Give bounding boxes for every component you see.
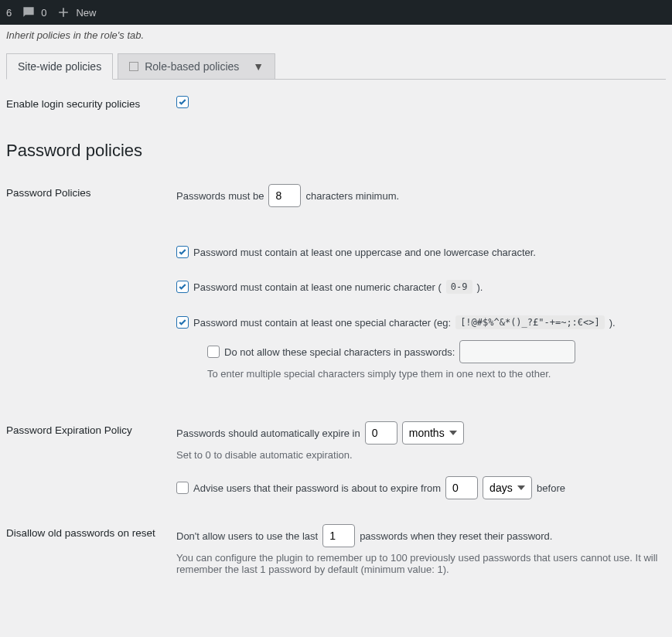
expire-help: Set to 0 to disable automatic expiration… xyxy=(176,449,666,461)
comment-icon xyxy=(21,5,36,20)
min-chars-input[interactable] xyxy=(268,184,301,207)
enable-policies-label: Enable login security policies xyxy=(6,95,176,110)
updates-count[interactable]: 6 xyxy=(6,7,12,19)
disallow-old-help: You can configure the plugin to remember… xyxy=(176,552,666,575)
comments-item[interactable]: 0 xyxy=(21,5,46,20)
expire-value-input[interactable] xyxy=(365,421,397,445)
upper-lower-checkbox[interactable] xyxy=(176,246,189,258)
password-policies-label: Password Policies xyxy=(6,184,176,199)
advise-expire-checkbox[interactable] xyxy=(176,482,189,494)
disallow-special-input[interactable] xyxy=(459,340,575,363)
new-item[interactable]: New xyxy=(56,5,96,20)
check-icon xyxy=(178,97,187,107)
disallow-special-checkbox[interactable] xyxy=(207,346,220,358)
check-icon xyxy=(178,318,187,327)
code-special: [!@#$%^&*()_?£"-+=~;:€<>] xyxy=(455,315,605,329)
tab-role-based[interactable]: Role-based policies ▼ xyxy=(118,53,275,80)
disallow-old-input[interactable] xyxy=(322,524,355,547)
check-icon xyxy=(178,282,187,291)
grid-icon xyxy=(129,62,138,71)
numeric-checkbox[interactable] xyxy=(176,281,189,293)
advise-unit-select[interactable]: days xyxy=(483,476,532,499)
chevron-down-icon: ▼ xyxy=(253,60,264,73)
check-icon xyxy=(178,247,187,257)
advise-value-input[interactable] xyxy=(445,476,478,499)
disallow-help: To enter multiple special characters sim… xyxy=(207,368,666,380)
plus-icon xyxy=(56,5,71,20)
special-checkbox[interactable] xyxy=(176,316,189,329)
admin-bar: 6 0 New xyxy=(0,0,672,25)
section-title: Password policies xyxy=(6,141,666,161)
code-numeric: 0-9 xyxy=(446,280,472,294)
tab-site-wide[interactable]: Site-wide policies xyxy=(6,53,113,80)
expiration-label: Password Expiration Policy xyxy=(6,421,176,436)
tabs: Site-wide policies Role-based policies ▼ xyxy=(6,53,666,80)
enable-policies-checkbox[interactable] xyxy=(176,96,189,108)
expire-unit-select[interactable]: months xyxy=(402,421,464,445)
disallow-old-label: Disallow old passwords on reset xyxy=(6,524,176,539)
inherit-note: Inherit policies in the role's tab. xyxy=(6,29,666,41)
